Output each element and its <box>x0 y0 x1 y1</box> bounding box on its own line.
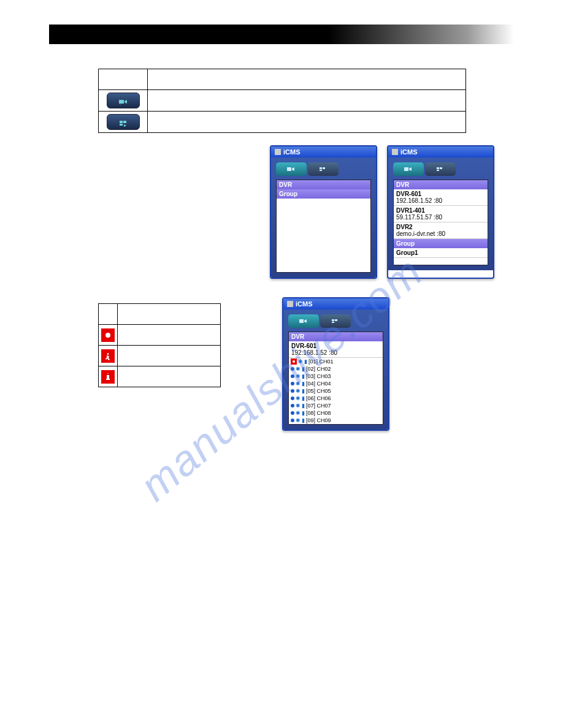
channel-tree[interactable]: DVR DVR-601 192.168.1.52 :80 ✱▮[01] CH01… <box>288 332 383 425</box>
status-dot-icon <box>291 374 294 378</box>
table-row <box>99 112 466 133</box>
channel-row[interactable]: ✱▮[04] CH04 <box>289 380 383 387</box>
motion-icon: ✱ <box>296 381 301 387</box>
dvr-node[interactable]: DVR-601192.168.1.52 :80 <box>394 189 488 206</box>
dvr-node[interactable]: DVR2demo.i-dvr.net :80 <box>394 222 488 239</box>
channel-row[interactable]: ✱▮[07] CH07 <box>289 402 383 409</box>
layout-tab-button[interactable] <box>320 314 351 328</box>
table-row <box>99 366 221 387</box>
status-dot-icon <box>291 382 294 385</box>
table-row <box>99 325 221 346</box>
motion-icon: ✱ <box>298 358 303 365</box>
layout-tab-button[interactable] <box>308 162 339 176</box>
camera-tab-button[interactable] <box>393 162 424 176</box>
app-icon <box>275 149 281 155</box>
layout-tab-button[interactable] <box>425 162 456 176</box>
app-icon <box>392 149 398 155</box>
motion-icon: ✱ <box>296 388 301 394</box>
channel-label: [04] CH04 <box>306 381 331 387</box>
icms-panel-expanded: iCMS DVR DVR-601192.168.1.52 :80DVR1-401… <box>387 145 494 279</box>
status-dot-icon <box>291 411 294 415</box>
table-header-desc <box>148 69 466 90</box>
table-row <box>99 346 221 366</box>
sensor-icon <box>101 370 115 384</box>
sensor-icon: ▮ <box>302 366 305 372</box>
sensor-icon: ▮ <box>304 358 307 365</box>
status-dot-icon <box>291 396 294 400</box>
app-icon <box>287 301 293 307</box>
channel-label: [08] CH08 <box>306 410 331 416</box>
sensor-icon: ▮ <box>302 417 305 423</box>
channel-row[interactable]: ✱▮[01] CH01 <box>289 358 383 365</box>
motion-icon: ✱ <box>296 417 301 423</box>
camera-tab-icon <box>107 93 140 108</box>
channel-row[interactable]: ✱▮[08] CH08 <box>289 409 383 417</box>
status-dot-icon <box>291 404 294 408</box>
channel-label: [01] CH01 <box>308 358 334 365</box>
motion-label <box>118 346 221 366</box>
window-title: iCMS <box>388 146 493 157</box>
sensor-icon: ▮ <box>302 388 305 394</box>
layout-tab-desc <box>148 112 466 133</box>
channel-row[interactable]: ✱▮[06] CH06 <box>289 395 383 402</box>
channel-row[interactable]: ✱▮[03] CH03 <box>289 373 383 380</box>
tree-list[interactable]: DVR DVR-601192.168.1.52 :80DVR1-40159.11… <box>393 180 488 265</box>
channel-label: [06] CH06 <box>306 395 331 401</box>
group-node[interactable]: Group1 <box>394 248 488 258</box>
sensor-icon: ▮ <box>302 395 305 401</box>
icon-description-table <box>98 69 466 133</box>
status-dot-icon <box>291 367 294 371</box>
record-icon <box>101 328 115 342</box>
sensor-icon: ▮ <box>302 403 305 409</box>
dvr-node[interactable]: DVR1-40159.117.51.57 :80 <box>394 206 488 222</box>
motion-icon <box>101 349 115 363</box>
icms-panel-collapsed: iCMS DVR Group <box>270 145 377 279</box>
channel-row[interactable]: ✱▮[09] CH09 <box>289 417 383 424</box>
channel-label: [02] CH02 <box>306 366 331 372</box>
group-header[interactable]: Group <box>394 239 488 248</box>
record-label <box>118 325 221 346</box>
motion-icon: ✱ <box>296 395 301 401</box>
window-title: iCMS <box>271 146 376 157</box>
layout-tab-icon <box>107 114 140 130</box>
group-header[interactable]: Group <box>277 189 370 199</box>
channel-label: [07] CH07 <box>306 403 331 409</box>
channel-row[interactable]: ✱▮[05] CH05 <box>289 387 383 395</box>
icms-panel-channels: iCMS DVR DVR-601 192.168.1.52 :80 ✱▮[01]… <box>282 297 389 431</box>
camera-tab-desc <box>148 90 466 112</box>
dvr-node[interactable]: DVR-601 192.168.1.52 :80 <box>289 341 383 358</box>
status-icon-table <box>98 303 221 387</box>
motion-icon: ✱ <box>296 366 301 372</box>
status-dot-icon <box>291 389 294 393</box>
header-bar <box>49 25 514 44</box>
tree-list[interactable]: DVR Group <box>276 180 371 273</box>
sensor-label <box>118 366 221 387</box>
record-icon <box>291 358 297 365</box>
channel-label: [09] CH09 <box>306 417 331 423</box>
dvr-header[interactable]: DVR <box>277 180 370 189</box>
table-header-icon <box>99 69 148 90</box>
svg-rect-1 <box>392 149 398 155</box>
svg-rect-0 <box>275 149 281 155</box>
channel-row[interactable]: ✱▮[02] CH02 <box>289 365 383 373</box>
motion-icon: ✱ <box>296 403 301 409</box>
camera-tab-button[interactable] <box>288 314 319 328</box>
status-dot-icon <box>291 419 294 422</box>
sensor-icon: ▮ <box>302 410 305 416</box>
svg-rect-2 <box>287 301 293 307</box>
sensor-icon: ▮ <box>302 381 305 387</box>
table-row <box>99 90 466 112</box>
dvr-header[interactable]: DVR <box>289 332 383 341</box>
camera-tab-button[interactable] <box>276 162 307 176</box>
dvr-header[interactable]: DVR <box>394 180 488 189</box>
motion-icon: ✱ <box>296 373 301 379</box>
motion-icon: ✱ <box>296 410 301 416</box>
window-title: iCMS <box>283 298 388 309</box>
channel-label: [03] CH03 <box>306 373 331 379</box>
channel-label: [05] CH05 <box>306 388 331 394</box>
sensor-icon: ▮ <box>302 373 305 379</box>
